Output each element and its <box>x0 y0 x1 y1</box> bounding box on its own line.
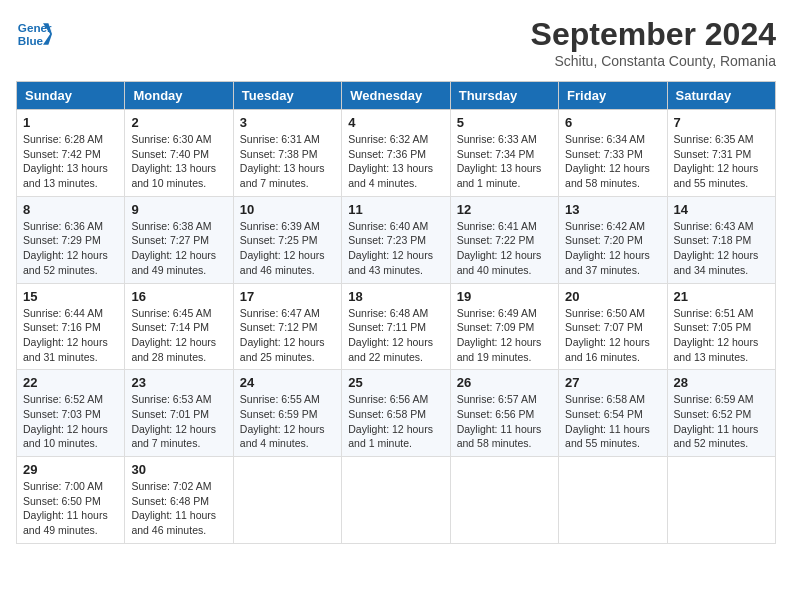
calendar-cell: 10 Sunrise: 6:39 AM Sunset: 7:25 PM Dayl… <box>233 196 341 283</box>
weekday-header: Sunday <box>17 82 125 110</box>
day-number: 1 <box>23 115 118 130</box>
day-number: 15 <box>23 289 118 304</box>
calendar-cell: 25 Sunrise: 6:56 AM Sunset: 6:58 PM Dayl… <box>342 370 450 457</box>
day-number: 6 <box>565 115 660 130</box>
day-detail: Sunrise: 6:38 AM Sunset: 7:27 PM Dayligh… <box>131 219 226 278</box>
weekday-header: Thursday <box>450 82 558 110</box>
day-detail: Sunrise: 6:39 AM Sunset: 7:25 PM Dayligh… <box>240 219 335 278</box>
month-title: September 2024 <box>531 16 776 53</box>
calendar-cell: 13 Sunrise: 6:42 AM Sunset: 7:20 PM Dayl… <box>559 196 667 283</box>
calendar-header-row: SundayMondayTuesdayWednesdayThursdayFrid… <box>17 82 776 110</box>
calendar-cell: 18 Sunrise: 6:48 AM Sunset: 7:11 PM Dayl… <box>342 283 450 370</box>
day-detail: Sunrise: 6:32 AM Sunset: 7:36 PM Dayligh… <box>348 132 443 191</box>
logo: General Blue <box>16 16 52 52</box>
calendar-cell: 21 Sunrise: 6:51 AM Sunset: 7:05 PM Dayl… <box>667 283 775 370</box>
day-detail: Sunrise: 6:35 AM Sunset: 7:31 PM Dayligh… <box>674 132 769 191</box>
calendar-cell: 23 Sunrise: 6:53 AM Sunset: 7:01 PM Dayl… <box>125 370 233 457</box>
day-number: 26 <box>457 375 552 390</box>
calendar-week-row: 29 Sunrise: 7:00 AM Sunset: 6:50 PM Dayl… <box>17 457 776 544</box>
day-detail: Sunrise: 6:44 AM Sunset: 7:16 PM Dayligh… <box>23 306 118 365</box>
calendar-cell: 4 Sunrise: 6:32 AM Sunset: 7:36 PM Dayli… <box>342 110 450 197</box>
day-detail: Sunrise: 6:30 AM Sunset: 7:40 PM Dayligh… <box>131 132 226 191</box>
calendar-week-row: 22 Sunrise: 6:52 AM Sunset: 7:03 PM Dayl… <box>17 370 776 457</box>
weekday-header: Wednesday <box>342 82 450 110</box>
svg-text:Blue: Blue <box>18 34 44 47</box>
day-detail: Sunrise: 6:57 AM Sunset: 6:56 PM Dayligh… <box>457 392 552 451</box>
day-number: 21 <box>674 289 769 304</box>
day-detail: Sunrise: 6:40 AM Sunset: 7:23 PM Dayligh… <box>348 219 443 278</box>
calendar-cell: 7 Sunrise: 6:35 AM Sunset: 7:31 PM Dayli… <box>667 110 775 197</box>
day-detail: Sunrise: 6:58 AM Sunset: 6:54 PM Dayligh… <box>565 392 660 451</box>
day-number: 18 <box>348 289 443 304</box>
calendar-cell: 3 Sunrise: 6:31 AM Sunset: 7:38 PM Dayli… <box>233 110 341 197</box>
day-detail: Sunrise: 6:59 AM Sunset: 6:52 PM Dayligh… <box>674 392 769 451</box>
calendar-cell: 17 Sunrise: 6:47 AM Sunset: 7:12 PM Dayl… <box>233 283 341 370</box>
calendar-cell: 30 Sunrise: 7:02 AM Sunset: 6:48 PM Dayl… <box>125 457 233 544</box>
day-number: 13 <box>565 202 660 217</box>
day-number: 28 <box>674 375 769 390</box>
day-detail: Sunrise: 6:36 AM Sunset: 7:29 PM Dayligh… <box>23 219 118 278</box>
location-subtitle: Schitu, Constanta County, Romania <box>531 53 776 69</box>
day-number: 7 <box>674 115 769 130</box>
weekday-header: Monday <box>125 82 233 110</box>
day-number: 19 <box>457 289 552 304</box>
calendar-cell <box>342 457 450 544</box>
weekday-header: Friday <box>559 82 667 110</box>
calendar-cell <box>559 457 667 544</box>
calendar-cell: 26 Sunrise: 6:57 AM Sunset: 6:56 PM Dayl… <box>450 370 558 457</box>
day-number: 27 <box>565 375 660 390</box>
day-detail: Sunrise: 6:43 AM Sunset: 7:18 PM Dayligh… <box>674 219 769 278</box>
day-number: 23 <box>131 375 226 390</box>
day-number: 4 <box>348 115 443 130</box>
day-number: 22 <box>23 375 118 390</box>
day-detail: Sunrise: 6:28 AM Sunset: 7:42 PM Dayligh… <box>23 132 118 191</box>
day-number: 25 <box>348 375 443 390</box>
day-detail: Sunrise: 6:34 AM Sunset: 7:33 PM Dayligh… <box>565 132 660 191</box>
calendar-cell: 24 Sunrise: 6:55 AM Sunset: 6:59 PM Dayl… <box>233 370 341 457</box>
calendar-cell: 9 Sunrise: 6:38 AM Sunset: 7:27 PM Dayli… <box>125 196 233 283</box>
day-detail: Sunrise: 6:33 AM Sunset: 7:34 PM Dayligh… <box>457 132 552 191</box>
calendar-cell: 2 Sunrise: 6:30 AM Sunset: 7:40 PM Dayli… <box>125 110 233 197</box>
calendar-cell <box>233 457 341 544</box>
day-detail: Sunrise: 6:51 AM Sunset: 7:05 PM Dayligh… <box>674 306 769 365</box>
day-detail: Sunrise: 7:02 AM Sunset: 6:48 PM Dayligh… <box>131 479 226 538</box>
day-detail: Sunrise: 6:47 AM Sunset: 7:12 PM Dayligh… <box>240 306 335 365</box>
day-number: 16 <box>131 289 226 304</box>
calendar-table: SundayMondayTuesdayWednesdayThursdayFrid… <box>16 81 776 544</box>
day-detail: Sunrise: 6:42 AM Sunset: 7:20 PM Dayligh… <box>565 219 660 278</box>
calendar-week-row: 1 Sunrise: 6:28 AM Sunset: 7:42 PM Dayli… <box>17 110 776 197</box>
calendar-cell: 27 Sunrise: 6:58 AM Sunset: 6:54 PM Dayl… <box>559 370 667 457</box>
calendar-week-row: 8 Sunrise: 6:36 AM Sunset: 7:29 PM Dayli… <box>17 196 776 283</box>
calendar-cell: 29 Sunrise: 7:00 AM Sunset: 6:50 PM Dayl… <box>17 457 125 544</box>
day-number: 2 <box>131 115 226 130</box>
calendar-cell: 6 Sunrise: 6:34 AM Sunset: 7:33 PM Dayli… <box>559 110 667 197</box>
calendar-cell: 20 Sunrise: 6:50 AM Sunset: 7:07 PM Dayl… <box>559 283 667 370</box>
day-number: 14 <box>674 202 769 217</box>
day-detail: Sunrise: 7:00 AM Sunset: 6:50 PM Dayligh… <box>23 479 118 538</box>
day-number: 20 <box>565 289 660 304</box>
weekday-header: Tuesday <box>233 82 341 110</box>
day-number: 17 <box>240 289 335 304</box>
calendar-cell: 8 Sunrise: 6:36 AM Sunset: 7:29 PM Dayli… <box>17 196 125 283</box>
day-detail: Sunrise: 6:53 AM Sunset: 7:01 PM Dayligh… <box>131 392 226 451</box>
day-detail: Sunrise: 6:41 AM Sunset: 7:22 PM Dayligh… <box>457 219 552 278</box>
day-detail: Sunrise: 6:52 AM Sunset: 7:03 PM Dayligh… <box>23 392 118 451</box>
day-number: 30 <box>131 462 226 477</box>
day-detail: Sunrise: 6:31 AM Sunset: 7:38 PM Dayligh… <box>240 132 335 191</box>
day-number: 11 <box>348 202 443 217</box>
calendar-cell: 14 Sunrise: 6:43 AM Sunset: 7:18 PM Dayl… <box>667 196 775 283</box>
calendar-cell: 28 Sunrise: 6:59 AM Sunset: 6:52 PM Dayl… <box>667 370 775 457</box>
calendar-cell: 12 Sunrise: 6:41 AM Sunset: 7:22 PM Dayl… <box>450 196 558 283</box>
day-number: 12 <box>457 202 552 217</box>
day-detail: Sunrise: 6:55 AM Sunset: 6:59 PM Dayligh… <box>240 392 335 451</box>
calendar-cell: 16 Sunrise: 6:45 AM Sunset: 7:14 PM Dayl… <box>125 283 233 370</box>
calendar-cell: 5 Sunrise: 6:33 AM Sunset: 7:34 PM Dayli… <box>450 110 558 197</box>
day-number: 8 <box>23 202 118 217</box>
calendar-cell: 22 Sunrise: 6:52 AM Sunset: 7:03 PM Dayl… <box>17 370 125 457</box>
day-number: 29 <box>23 462 118 477</box>
day-number: 3 <box>240 115 335 130</box>
calendar-cell: 15 Sunrise: 6:44 AM Sunset: 7:16 PM Dayl… <box>17 283 125 370</box>
day-number: 24 <box>240 375 335 390</box>
logo-icon: General Blue <box>16 16 52 52</box>
day-number: 5 <box>457 115 552 130</box>
